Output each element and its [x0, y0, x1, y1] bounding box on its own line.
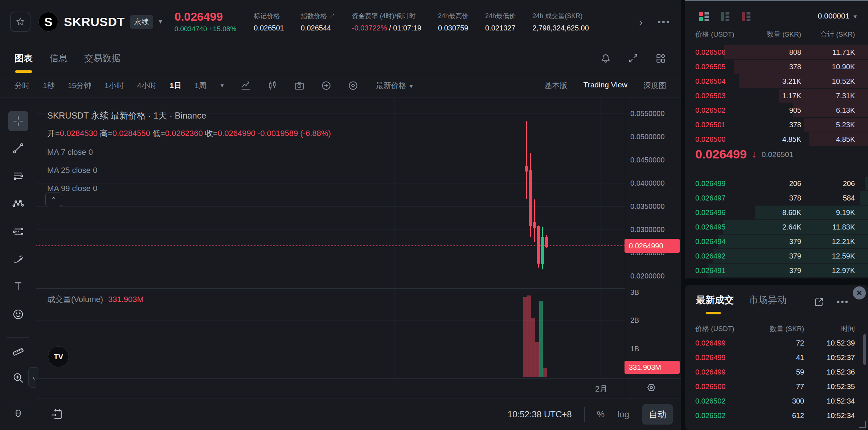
trades-tab-市场异动[interactable]: 市场异动 [749, 294, 787, 314]
view-mode-深度图[interactable]: 深度图 [643, 80, 666, 91]
symbol-header: S SKRUSDT 永续 ▼ 0.026499 0.0034740 +15.08… [0, 0, 681, 44]
emoji-tool[interactable] [8, 304, 28, 324]
percent-scale-button[interactable]: % [597, 409, 605, 419]
interval-1小时[interactable]: 1小时 [105, 80, 124, 91]
trades-more-icon[interactable]: ••• [837, 297, 849, 307]
bid-row[interactable]: 0.02649137912.97K [685, 263, 868, 278]
indicators-icon[interactable] [240, 80, 251, 91]
auto-scale-button[interactable]: 自动 [642, 404, 673, 425]
header-more-icon[interactable]: ••• [658, 16, 671, 28]
orderbook-mid-price[interactable]: 0.026499 ↓ 0.026501 [695, 147, 793, 161]
interval-4小时[interactable]: 4小时 [137, 80, 157, 91]
ask-row[interactable]: 0.0265029056.13K [685, 103, 868, 117]
ask-row[interactable]: 0.02650680811.71K [685, 45, 868, 59]
zoom-in-tool[interactable] [8, 368, 28, 388]
time-axis[interactable]: 2月 [36, 378, 681, 398]
ask-row[interactable]: 0.0265004.85K4.85K [685, 132, 868, 146]
close-panel-icon[interactable]: ✕ [853, 286, 866, 299]
forecast-icon [12, 225, 24, 237]
mid-last-price: 0.026499 [695, 147, 747, 161]
legend-collapse-button[interactable]: ⌃ [45, 193, 62, 207]
interval-分时[interactable]: 分时 [15, 80, 30, 91]
interval-1秒[interactable]: 1秒 [43, 80, 55, 91]
legend-title[interactable]: SKRUSDT 永续 最新价格 · 1天 · Binance [47, 110, 331, 121]
bid-row[interactable]: 0.0264952.64K11.83K [685, 220, 868, 234]
symbol-name[interactable]: SKRUSDT [64, 15, 125, 29]
interval-1周[interactable]: 1周 [195, 80, 206, 91]
log-scale-button[interactable]: log [618, 409, 629, 419]
orderbook-view-bids-icon[interactable] [718, 10, 732, 23]
bid-row[interactable]: 0.0264968.60K9.19K [685, 205, 868, 220]
stat-label: 24h最高价 [438, 12, 468, 20]
interval-list: 分时1秒15分钟1小时4小时1日1周 [15, 80, 220, 91]
ask-row[interactable]: 0.0265031.17K7.31K [685, 88, 868, 103]
stats-scroll-right-icon[interactable]: › [639, 16, 643, 28]
trade-qty: 41 [750, 353, 804, 362]
ask-row[interactable]: 0.02650537810.90K [685, 59, 868, 74]
ma-label[interactable]: MA 99 close 0 [47, 184, 331, 193]
interval-15分钟[interactable]: 15分钟 [68, 80, 91, 91]
forecast-tool[interactable] [8, 221, 28, 241]
bid-row[interactable]: 0.02649437912.21K [685, 234, 868, 249]
trade-row[interactable]: 0.02650230010:52:34 [685, 394, 868, 408]
trades-scrollbar[interactable] [863, 334, 866, 365]
alert-bell-icon[interactable] [600, 53, 611, 64]
interval-dropdown-caret-icon[interactable]: ▼ [220, 82, 225, 88]
ask-row[interactable]: 0.0265013785.23K [685, 117, 868, 132]
stat-value: 2,798,324,625.00 [532, 24, 589, 32]
interval-1日[interactable]: 1日 [169, 80, 181, 91]
price-type-dropdown[interactable]: 最新价格 ▼ [376, 80, 414, 91]
volume-bar [535, 342, 539, 377]
candle-body [529, 170, 532, 226]
trades-resize-handle[interactable] [859, 421, 866, 428]
bid-row[interactable]: 0.02649237912.59K [685, 249, 868, 263]
favorite-button[interactable] [10, 12, 30, 32]
trade-row[interactable]: 0.0264994110:52:37 [685, 350, 868, 365]
trade-row[interactable]: 0.0264995910:52:36 [685, 365, 868, 379]
stat-value: 0.026544 [301, 24, 335, 32]
trade-row[interactable]: 0.02650261210:52:34 [685, 408, 868, 423]
page-tab-图表[interactable]: 图表 [15, 44, 33, 73]
view-mode-基本版[interactable]: 基本版 [545, 80, 568, 91]
add-alert-plus-icon[interactable] [321, 80, 332, 91]
fullscreen-expand-icon[interactable] [628, 53, 639, 64]
clock-time[interactable]: 10:52:38 UTC+8 [508, 409, 572, 419]
orderbook-view-both-icon[interactable] [697, 10, 711, 23]
replay-target-icon[interactable] [348, 80, 359, 91]
tick-size-dropdown[interactable]: 0.000001▼ [818, 12, 858, 20]
ruler-tool[interactable] [8, 340, 28, 360]
ma-label[interactable]: MA 7 close 0 [47, 148, 331, 157]
brush-tool[interactable] [8, 249, 28, 269]
crosshair-tool[interactable] [8, 111, 28, 131]
axis-settings-icon[interactable] [645, 382, 658, 394]
symbol-dropdown-caret-icon[interactable]: ▼ [157, 18, 164, 25]
trade-qty: 59 [750, 368, 804, 376]
magnet-tool[interactable] [8, 405, 28, 425]
screenshot-camera-icon[interactable] [294, 80, 305, 91]
page-tab-交易数据[interactable]: 交易数据 [84, 44, 120, 73]
ma-label[interactable]: MA 25 close 0 [47, 166, 331, 175]
text-tool[interactable] [8, 276, 28, 297]
trade-row[interactable]: 0.0265007710:52:35 [685, 379, 868, 394]
header-stats: 标记价格0.026501指数价格 ↗0.026544资金费率 (4时)/倒计时-… [254, 12, 589, 32]
page-tab-信息[interactable]: 信息 [49, 44, 67, 73]
popout-external-link-icon[interactable] [814, 297, 824, 307]
orderbook-view-asks-icon[interactable] [740, 10, 753, 23]
xabcd-pattern-tool[interactable] [8, 194, 28, 214]
bid-row[interactable]: 0.026497378584 [685, 191, 868, 205]
price-axis[interactable]: 0.05500000.05000000.04500000.04000000.03… [625, 98, 681, 378]
price-cell: 0.026496 [695, 208, 750, 217]
goto-date-icon[interactable] [50, 408, 63, 421]
pane-separator[interactable] [36, 288, 625, 289]
ask-row[interactable]: 0.0265043.21K10.52K [685, 74, 868, 88]
view-mode-Trading View[interactable]: Trading View [584, 80, 627, 91]
chart-style-candles-icon[interactable] [267, 80, 278, 91]
bid-row[interactable]: 0.026499206206 [685, 176, 868, 191]
chart-canvas[interactable]: SKRUSDT 永续 最新价格 · 1天 · Binance 开=0.02845… [36, 98, 625, 378]
tradingview-logo[interactable]: TV [48, 346, 69, 367]
trade-row[interactable]: 0.0264997210:52:39 [685, 336, 868, 350]
fib-lines-tool[interactable] [8, 166, 28, 186]
layout-grid-icon[interactable] [655, 53, 666, 64]
trend-line-tool[interactable] [8, 138, 28, 158]
trades-tab-最新成交[interactable]: 最新成交 [696, 294, 734, 314]
